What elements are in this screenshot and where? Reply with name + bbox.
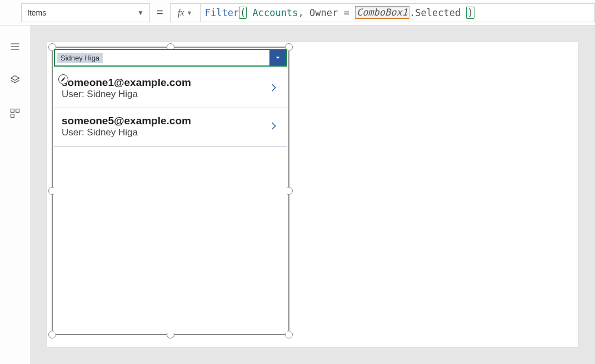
left-sidebar xyxy=(0,26,31,364)
combobox-control[interactable]: Sidney Higa xyxy=(54,49,287,67)
chevron-down-icon: ▼ xyxy=(187,9,193,16)
token-identifier: Accounts xyxy=(253,7,298,18)
hamburger-icon[interactable] xyxy=(9,41,21,54)
canvas[interactable]: Sidney Higa someone1@example.com User: S… xyxy=(31,26,595,364)
edit-template-icon[interactable] xyxy=(58,74,68,84)
gallery-control[interactable]: someone1@example.com User: Sidney Higa s… xyxy=(54,70,287,333)
svg-rect-5 xyxy=(16,109,19,113)
token-function: Filter xyxy=(205,7,239,18)
chevron-right-icon xyxy=(268,121,278,131)
token-paren-open: ( xyxy=(239,7,247,19)
gallery-item-subtitle: User: Sidney Higa xyxy=(62,127,279,138)
screen[interactable]: Sidney Higa someone1@example.com User: S… xyxy=(47,42,578,347)
gallery-item-arrow[interactable] xyxy=(268,83,278,95)
token-paren-close: ) xyxy=(466,7,474,19)
svg-rect-4 xyxy=(11,109,14,113)
gallery-item[interactable]: someone1@example.com User: Sidney Higa xyxy=(54,70,287,108)
gallery-item-title: someone5@example.com xyxy=(62,115,279,127)
property-name: Items xyxy=(27,8,46,17)
gallery-item-arrow[interactable] xyxy=(268,121,278,133)
token-control-ref: ComboBox1 xyxy=(355,6,409,19)
equals-sign: = xyxy=(157,6,163,19)
combobox-selected-tag: Sidney Higa xyxy=(57,53,103,63)
combobox-dropdown-button[interactable] xyxy=(269,50,286,65)
fx-button[interactable]: fx ▼ xyxy=(170,3,200,22)
layers-icon[interactable] xyxy=(9,74,21,88)
main-area: Sidney Higa someone1@example.com User: S… xyxy=(0,26,595,364)
gallery-item-title: someone1@example.com xyxy=(62,77,279,89)
svg-rect-6 xyxy=(11,114,14,118)
gallery-item[interactable]: someone5@example.com User: Sidney Higa xyxy=(54,108,287,146)
chevron-right-icon xyxy=(268,83,278,93)
token-field: Owner xyxy=(309,7,338,18)
property-selector[interactable]: Items ▼ xyxy=(21,3,150,22)
formula-bar: Items ▼ = fx ▼ Filter( Accounts, Owner =… xyxy=(0,0,595,26)
selected-control-frame[interactable]: Sidney Higa someone1@example.com User: S… xyxy=(52,47,289,335)
fx-label: fx xyxy=(178,8,184,18)
token-member: .Selected xyxy=(409,7,461,18)
chevron-down-icon: ▼ xyxy=(137,9,144,17)
chevron-down-icon xyxy=(274,54,282,62)
components-icon[interactable] xyxy=(9,108,21,121)
formula-input[interactable]: Filter( Accounts, Owner = ComboBox1.Sele… xyxy=(200,3,595,22)
svg-marker-3 xyxy=(11,76,19,80)
gallery-item-subtitle: User: Sidney Higa xyxy=(62,89,279,100)
